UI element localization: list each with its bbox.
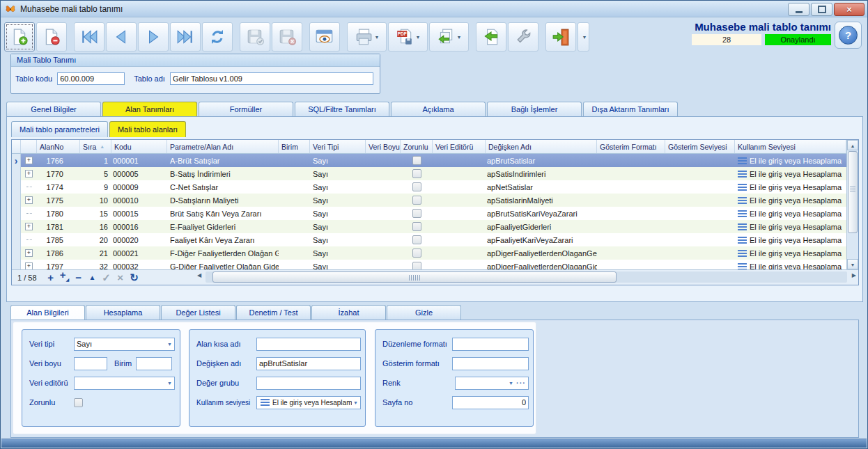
col-kullanim-seviyesi[interactable]: Kullanım Seviyesi [735, 140, 846, 153]
zorunlu-detail-checkbox[interactable] [74, 398, 83, 407]
col-degisken-adi[interactable]: Değişken Adı [486, 140, 597, 153]
vertical-scrollbar[interactable]: ▲ ▼ [846, 140, 858, 269]
duzenleme-formati-input[interactable] [452, 338, 529, 351]
col-parametre-alan-adi[interactable]: Parametre/Alan Adı [167, 140, 279, 153]
zorunlu-checkbox[interactable] [412, 249, 421, 258]
zorunlu-checkbox[interactable] [412, 182, 421, 191]
print-button[interactable]: ▼ [347, 22, 387, 52]
detail-tab[interactable]: İzahat [311, 305, 386, 320]
tools-button[interactable] [508, 22, 538, 52]
print-dropdown-arrow-icon[interactable]: ▼ [375, 35, 380, 40]
new-record-button[interactable] [4, 22, 35, 52]
expand-icon[interactable] [25, 262, 33, 269]
expand-icon[interactable] [25, 196, 33, 204]
edit-record-button[interactable]: ▲ [86, 271, 100, 284]
copy-record-button[interactable]: ▼ [429, 22, 469, 52]
tablo-adi-input[interactable] [170, 72, 373, 85]
expand-icon[interactable] [25, 157, 33, 164]
exit-dropdown-arrow-icon[interactable]: ▼ [582, 35, 587, 40]
main-tab[interactable]: Açıklama [391, 102, 486, 116]
expand-icon[interactable] [25, 170, 33, 178]
minimize-button[interactable] [788, 3, 809, 16]
main-tab[interactable]: Bağlı İşlemler [487, 102, 582, 116]
next-record-button[interactable] [138, 22, 169, 52]
insert-child-record-button[interactable]: + [58, 269, 72, 286]
zorunlu-checkbox[interactable] [412, 209, 421, 218]
main-tab[interactable]: Formüller [199, 102, 293, 116]
col-zorunlu[interactable]: Zorunlu [401, 140, 433, 153]
detail-tab[interactable]: Gizle [387, 305, 461, 320]
main-tab[interactable]: SQL/Filtre Tanımları [295, 102, 389, 116]
table-row[interactable]: 1766 1 000001 A-Brüt Satışlar Sayı apBru… [12, 154, 846, 167]
scroll-left-arrow-icon[interactable]: ◀ [197, 272, 201, 278]
table-row[interactable]: 1781 16 000016 E-Faaliyet Giderleri Sayı… [12, 220, 846, 233]
close-button[interactable]: × [834, 3, 865, 16]
detail-tab[interactable]: Değer Listesi [161, 305, 235, 320]
table-row[interactable]: 1775 10 000010 D-Satışların Maliyeti Say… [12, 194, 846, 207]
sayfa-no-input[interactable] [452, 396, 529, 409]
help-button[interactable]: ? [835, 22, 862, 49]
table-row[interactable]: 1770 5 000005 B-Satış İndirimleri Sayı a… [12, 167, 846, 180]
ellipsis-browse-icon[interactable]: ··· [516, 379, 526, 387]
veri-tipi-select[interactable]: Sayı ▼ [74, 338, 175, 351]
refresh-button[interactable] [202, 22, 233, 52]
zorunlu-checkbox[interactable] [412, 235, 421, 244]
table-row[interactable]: 1786 21 000021 F-Diğer Faaliyetlerden Ol… [12, 246, 846, 260]
col-birim[interactable]: Birim [279, 140, 310, 153]
save-button[interactable] [240, 22, 270, 52]
table-row[interactable]: 1774 9 000009 C-Net Satışlar Sayı apNetS… [12, 180, 846, 194]
veri-editoru-select[interactable]: ▼ [74, 377, 175, 390]
deger-grubu-input[interactable] [256, 377, 361, 390]
refresh-grid-button[interactable]: ↻ [127, 271, 141, 284]
insert-record-button[interactable]: + [44, 271, 58, 284]
table-row[interactable]: 1797 32 000032 G-Diğer Faaliyetler Olağa… [12, 260, 846, 269]
remove-record-button[interactable]: − [72, 271, 86, 284]
degisken-adi-input[interactable] [256, 357, 361, 370]
vertical-scroll-thumb[interactable] [848, 151, 858, 233]
import-record-button[interactable] [476, 22, 506, 52]
table-row[interactable]: 1785 20 000020 Faaliyet Kârı Veya Zararı… [12, 233, 846, 246]
birim-input[interactable] [136, 357, 172, 370]
sub-tab[interactable]: Mali tablo alanları [109, 121, 186, 137]
delete-record-button[interactable] [36, 22, 67, 52]
col-kodu[interactable]: Kodu [111, 140, 167, 153]
horizontal-scroll-thumb[interactable] [212, 271, 617, 283]
last-record-button[interactable] [170, 22, 201, 52]
sub-tab[interactable]: Mali tablo parametreleri [11, 121, 108, 137]
print-preview-button[interactable] [309, 22, 340, 52]
detail-tab[interactable]: Alan Bilgileri [10, 305, 85, 320]
zorunlu-checkbox[interactable] [412, 222, 421, 231]
export-pdf-button[interactable]: PDF ▼ [388, 22, 428, 52]
pdf-dropdown-arrow-icon[interactable]: ▼ [416, 35, 421, 40]
scroll-right-arrow-icon[interactable]: ▶ [852, 272, 856, 278]
exit-options-button[interactable]: ▼ [578, 22, 589, 52]
scroll-up-arrow-icon[interactable]: ▲ [847, 140, 858, 150]
horizontal-scrollbar[interactable]: ◀ ▶ [206, 271, 847, 283]
maximize-button[interactable] [811, 3, 832, 16]
tablo-kodu-input[interactable] [57, 72, 125, 85]
renk-select[interactable]: ▼ ··· [455, 377, 529, 390]
detail-tab[interactable]: Hesaplama [86, 305, 160, 320]
zorunlu-checkbox[interactable] [412, 196, 421, 205]
post-edit-button[interactable]: ✓ [100, 271, 114, 284]
detail-tab[interactable]: Denetim / Test [236, 305, 311, 320]
kullanim-seviyesi-select[interactable]: El ile giriş veya Hesaplama ▼ [256, 396, 361, 409]
veri-boyu-input[interactable] [74, 357, 107, 370]
first-record-button[interactable] [74, 22, 104, 52]
col-gosterim-seviyesi[interactable]: Gösterim Seviyesi [665, 140, 735, 153]
previous-record-button[interactable] [106, 22, 137, 52]
cancel-edit-button[interactable]: × [114, 271, 127, 284]
scroll-down-arrow-icon[interactable]: ▼ [847, 259, 858, 269]
col-alanno[interactable]: AlanNo [37, 140, 80, 153]
expand-icon[interactable] [25, 223, 33, 230]
exit-button[interactable] [545, 22, 576, 52]
col-veri-boyu[interactable]: Veri Boyu [366, 140, 401, 153]
alan-kisa-adi-input[interactable] [256, 338, 361, 351]
main-tab[interactable]: Alan Tanımları [102, 102, 197, 116]
copy-dropdown-arrow-icon[interactable]: ▼ [457, 35, 462, 40]
col-veri-tipi[interactable]: Veri Tipi [310, 140, 366, 153]
save-cancel-button[interactable] [272, 22, 302, 52]
title-bar[interactable]: Muhasebe mali tablo tanımı × [1, 1, 867, 17]
main-tab[interactable]: Dışa Aktarım Tanımları [583, 102, 678, 116]
table-row[interactable]: 1780 15 000015 Brüt Satış Kârı Veya Zara… [12, 207, 846, 220]
